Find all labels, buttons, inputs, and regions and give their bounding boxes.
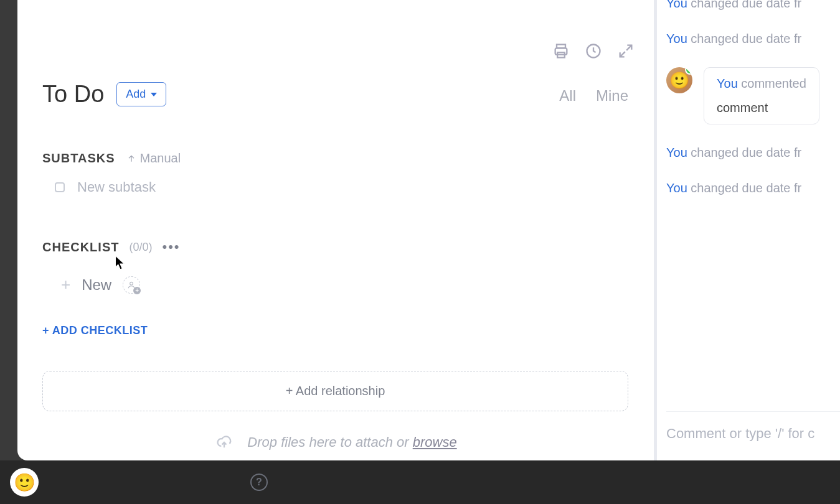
activity-actor: You — [666, 0, 687, 10]
activity-entry: You changed due date fr — [666, 181, 840, 195]
comment-input[interactable]: Comment or type '/' for c — [666, 411, 840, 442]
activity-comment: 🙂 You commented comment — [666, 67, 840, 124]
activity-entry: You changed due date fr — [666, 0, 840, 11]
filter-mine[interactable]: Mine — [596, 87, 628, 105]
checklist-new-row[interactable]: + New + — [61, 275, 628, 294]
activity-entry: You changed due date fr — [666, 32, 840, 46]
history-icon[interactable] — [585, 42, 602, 60]
activity-panel: You changed due date fr You changed due … — [653, 0, 840, 460]
checklist-new-text: New — [82, 276, 111, 294]
bottom-bar: 🙂 ? — [0, 460, 840, 504]
comment-bubble[interactable]: You commented comment — [704, 67, 819, 124]
plus-icon: + — [61, 275, 70, 294]
task-title[interactable]: To Do — [42, 81, 104, 108]
activity-actor: You — [666, 181, 687, 195]
new-subtask-row[interactable]: New subtask — [42, 179, 628, 195]
comment-head-text: commented — [738, 77, 806, 90]
add-relationship-button[interactable]: + Add relationship — [42, 371, 628, 411]
add-checklist-button[interactable]: + ADD CHECKLIST — [42, 324, 628, 337]
subtasks-sort[interactable]: Manual — [126, 151, 181, 166]
svg-point-4 — [130, 282, 133, 285]
comment-body: comment — [717, 101, 806, 115]
subtasks-sort-label: Manual — [140, 151, 181, 166]
file-dropzone[interactable]: Drop files here to attach or browse — [42, 434, 628, 451]
add-assignee-icon[interactable]: + — [123, 276, 140, 294]
comment-actor: You — [717, 77, 738, 90]
cloud-upload-icon — [214, 434, 235, 451]
activity-entry: You changed due date fr — [666, 146, 840, 160]
subtasks-section: SUBTASKS Manual New subtask — [42, 151, 628, 195]
cursor-icon — [115, 255, 126, 271]
activity-actor: You — [666, 32, 687, 45]
activity-actor: You — [666, 146, 687, 159]
task-main-panel: To Do Add All Mine SUBTASKS Manual New s… — [17, 0, 653, 460]
checkbox-icon — [55, 182, 65, 192]
help-icon[interactable]: ? — [250, 474, 268, 491]
top-toolbar — [552, 42, 635, 60]
filter-all[interactable]: All — [559, 87, 576, 105]
dropzone-text: Drop files here to attach or — [247, 434, 412, 450]
checklist-label: CHECKLIST — [42, 240, 119, 254]
add-button-label: Add — [126, 88, 146, 101]
avatar[interactable]: 🙂 — [666, 67, 692, 93]
browse-link[interactable]: browse — [413, 434, 457, 450]
activity-text: changed due date fr — [687, 32, 801, 45]
scroll-indicator[interactable] — [654, 0, 657, 460]
title-row: To Do Add — [42, 81, 628, 108]
checklist-header: CHECKLIST (0/0) ••• — [42, 239, 628, 255]
more-icon[interactable]: ••• — [162, 239, 180, 255]
checklist-count: (0/0) — [129, 241, 152, 254]
new-subtask-placeholder: New subtask — [77, 179, 156, 195]
activity-text: changed due date fr — [687, 0, 801, 10]
chevron-down-icon — [151, 93, 157, 96]
print-icon[interactable] — [552, 42, 570, 60]
activity-filters: All Mine — [559, 87, 628, 105]
task-modal: To Do Add All Mine SUBTASKS Manual New s… — [17, 0, 840, 460]
user-avatar[interactable]: 🙂 — [10, 468, 39, 497]
activity-text: changed due date fr — [687, 181, 801, 195]
add-button[interactable]: Add — [116, 82, 166, 106]
expand-icon[interactable] — [617, 42, 635, 60]
activity-text: changed due date fr — [687, 146, 801, 159]
subtasks-label: SUBTASKS — [42, 151, 115, 166]
